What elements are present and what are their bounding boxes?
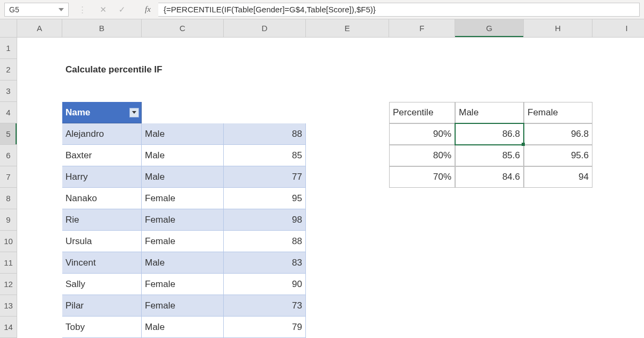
table-cell[interactable]: Pilar	[62, 295, 142, 317]
row-header-1[interactable]: 1	[0, 38, 17, 59]
table-cell[interactable]: Rie	[62, 209, 142, 231]
table-cell[interactable]: Female	[142, 295, 224, 317]
row-header-7[interactable]: 7	[0, 166, 17, 188]
row-header-8[interactable]: 8	[0, 188, 17, 209]
table-cell[interactable]: Male	[142, 123, 224, 145]
side-cell[interactable]: 94	[524, 166, 592, 188]
table-cell[interactable]: 77	[224, 166, 306, 188]
side-header[interactable]: Female	[524, 102, 592, 123]
table-cell[interactable]: Toby	[62, 317, 142, 338]
cancel-icon[interactable]: ✕	[100, 5, 107, 14]
formula-bar-icons: ✕ ✓ fx	[96, 5, 158, 14]
side-cell[interactable]: 96.8	[524, 123, 592, 145]
table-cell[interactable]: 88	[224, 123, 306, 145]
table-cell[interactable]: Female	[142, 209, 224, 231]
column-header-E[interactable]: E	[306, 19, 389, 38]
column-header-F[interactable]: F	[389, 19, 455, 38]
page-title: Calculate percentile IF	[62, 59, 277, 80]
row-header-9[interactable]: 9	[0, 209, 17, 231]
row-header-3[interactable]: 3	[0, 80, 17, 102]
table-cell[interactable]: Male	[142, 166, 224, 188]
column-header-C[interactable]: C	[142, 19, 224, 38]
column-headers: ABCDEFGHI	[17, 19, 644, 38]
table-cell[interactable]: 83	[224, 252, 306, 274]
table-header[interactable]: Name	[62, 102, 142, 123]
table-cell[interactable]: Harry	[62, 166, 142, 188]
side-cell[interactable]: 86.8	[455, 123, 524, 145]
row-headers: 1234567891011121314	[0, 38, 17, 338]
separator: ⋮	[69, 5, 96, 14]
table-cell[interactable]: 98	[224, 209, 306, 231]
spreadsheet: ABCDEFGHI 1234567891011121314 Calculate …	[0, 19, 644, 338]
side-cell[interactable]: 95.6	[524, 145, 592, 166]
table-cell[interactable]: 88	[224, 231, 306, 252]
column-header-H[interactable]: H	[524, 19, 592, 38]
name-box[interactable]: G5	[4, 3, 69, 17]
select-all-corner[interactable]	[0, 19, 17, 38]
accept-icon[interactable]: ✓	[119, 5, 126, 14]
row-header-4[interactable]: 4	[0, 102, 17, 123]
table-cell[interactable]: Alejandro	[62, 123, 142, 145]
row-header-10[interactable]: 10	[0, 231, 17, 252]
row-header-13[interactable]: 13	[0, 295, 17, 317]
column-header-D[interactable]: D	[224, 19, 306, 38]
column-header-I[interactable]: I	[592, 19, 644, 38]
chevron-down-icon[interactable]	[58, 8, 64, 11]
filter-icon[interactable]	[129, 108, 139, 117]
table-cell[interactable]: Male	[142, 145, 224, 166]
formula-text: {=PERCENTILE(IF(Table[Gender]=G$4,Table[…	[164, 5, 376, 14]
table-cell[interactable]: Nanako	[62, 188, 142, 209]
table-cell[interactable]: 95	[224, 188, 306, 209]
table-cell[interactable]: 73	[224, 295, 306, 317]
table-cell[interactable]: Vincent	[62, 252, 142, 274]
formula-bar: G5 ⋮ ✕ ✓ fx {=PERCENTILE(IF(Table[Gender…	[0, 0, 644, 19]
side-header[interactable]: Male	[455, 102, 524, 123]
row-header-5[interactable]: 5	[0, 123, 17, 145]
table-cell[interactable]: Ursula	[62, 231, 142, 252]
table-cell[interactable]: Female	[142, 188, 224, 209]
side-cell[interactable]: 85.6	[455, 145, 524, 166]
side-cell[interactable]: 70%	[389, 166, 455, 188]
row-header-14[interactable]: 14	[0, 317, 17, 338]
side-cell[interactable]: 84.6	[455, 166, 524, 188]
table-cell[interactable]: 85	[224, 145, 306, 166]
table-cell[interactable]: Male	[142, 317, 224, 338]
row-header-11[interactable]: 11	[0, 252, 17, 274]
table-cell[interactable]: 79	[224, 317, 306, 338]
fx-icon[interactable]: fx	[137, 5, 154, 14]
side-cell[interactable]: 80%	[389, 145, 455, 166]
table-cell[interactable]: Female	[142, 274, 224, 295]
column-header-G[interactable]: G	[455, 19, 524, 38]
table-cell[interactable]: Sally	[62, 274, 142, 295]
row-header-2[interactable]: 2	[0, 59, 17, 80]
cells-area[interactable]: Calculate percentile IFNameGenderScoreAl…	[17, 38, 99, 102]
name-box-value: G5	[9, 5, 19, 14]
table-cell[interactable]: Baxter	[62, 145, 142, 166]
formula-input[interactable]: {=PERCENTILE(IF(Table[Gender]=G$4,Table[…	[158, 3, 640, 17]
column-header-B[interactable]: B	[62, 19, 142, 38]
column-header-A[interactable]: A	[17, 19, 62, 38]
row-header-12[interactable]: 12	[0, 274, 17, 295]
table-cell[interactable]: Male	[142, 252, 224, 274]
table-cell[interactable]: Female	[142, 231, 224, 252]
side-cell[interactable]: 90%	[389, 123, 455, 145]
side-header[interactable]: Percentile	[389, 102, 455, 123]
row-header-6[interactable]: 6	[0, 145, 17, 166]
table-cell[interactable]: 90	[224, 274, 306, 295]
